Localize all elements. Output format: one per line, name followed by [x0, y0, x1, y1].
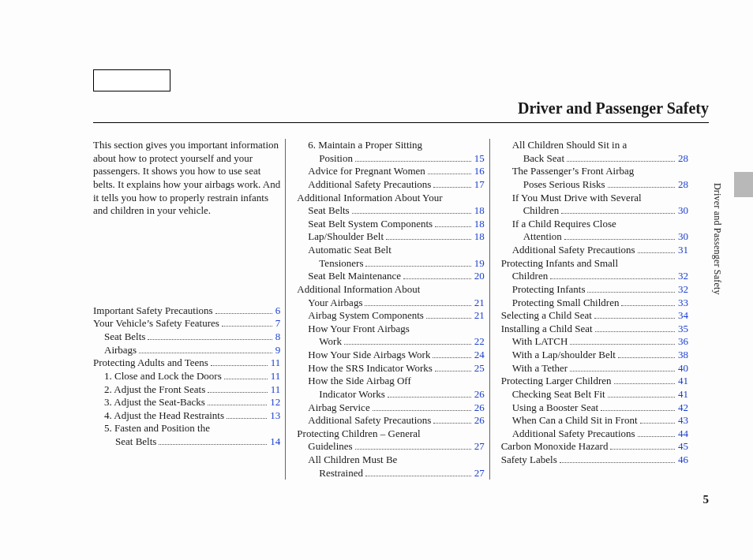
toc-page-link[interactable]: 30 [678, 204, 688, 218]
leader-dots [433, 187, 470, 188]
toc-page-link[interactable]: 26 [474, 414, 485, 427]
toc-page-link[interactable]: 15 [474, 152, 485, 166]
leader-dots [618, 357, 675, 358]
toc-page-link[interactable]: 28 [678, 152, 688, 166]
toc-entry-label: Using a Booster Seat [512, 401, 598, 415]
toc-entry: Checking Seat Belt Fit41 [512, 388, 688, 401]
toc-entry: Selecting a Child Seat34 [501, 309, 688, 323]
toc-page-link[interactable]: 26 [474, 401, 485, 415]
toc-entry-continuation: Seat Belts18 [308, 204, 484, 218]
toc-entry: Automatic Seat Belt [308, 244, 484, 257]
toc-page-link[interactable]: 25 [474, 362, 485, 375]
toc-page-link[interactable]: 34 [678, 309, 688, 323]
toc-page-link[interactable]: 13 [270, 409, 280, 423]
leader-dots [561, 213, 675, 214]
toc-entry-label: With a Lap/shoulder Belt [512, 349, 616, 362]
toc-entry: Protecting Children – General [297, 427, 484, 441]
toc-entry: Safety Labels46 [501, 454, 688, 467]
toc-entry-continuation: Restrained27 [319, 467, 484, 480]
leader-dots [570, 371, 675, 371]
toc-page-link[interactable]: 17 [474, 178, 485, 192]
toc-entry: Your Vehicle’s Safety Features7 [93, 317, 280, 330]
toc-page-link[interactable]: 16 [474, 165, 485, 178]
toc-entry: Additional Safety Precautions44 [512, 427, 688, 441]
toc-page-link[interactable]: 35 [678, 323, 688, 336]
toc-page-link[interactable]: 38 [678, 349, 688, 362]
toc-page-link[interactable]: 28 [678, 178, 688, 192]
toc-entry-label: The Passenger’s Front Airbag [512, 165, 635, 178]
leader-dots [621, 305, 675, 306]
toc-entry: Additional Information About Your [297, 192, 484, 205]
toc-page-link[interactable]: 21 [474, 297, 485, 310]
toc-page-link[interactable]: 26 [474, 388, 485, 401]
toc-page-link[interactable]: 19 [474, 257, 485, 271]
leader-dots [550, 278, 675, 279]
toc-entry-continuation: Your Airbags21 [308, 297, 484, 310]
toc-entry: With a Lap/shoulder Belt38 [512, 349, 688, 362]
toc-entry: Carbon Monoxide Hazard45 [501, 440, 688, 454]
toc-page-link[interactable]: 11 [271, 370, 281, 383]
toc-entry: Protecting Small Children33 [512, 297, 688, 310]
toc-entry-label: Lap/Shoulder Belt [308, 230, 384, 244]
toc-column-3: All Children Should Sit in aBack Seat28T… [489, 139, 693, 480]
toc-page-link[interactable]: 20 [474, 270, 485, 283]
toc-entry-label: Guidelines [308, 440, 352, 454]
leader-dots [365, 266, 470, 267]
toc-page-link[interactable]: 21 [474, 309, 485, 323]
toc-entry: How the SRS Indicator Works25 [308, 362, 484, 375]
toc-page-link[interactable]: 11 [271, 357, 281, 370]
toc-content: This section gives you important informa… [93, 139, 693, 480]
leader-dots [595, 331, 675, 332]
toc-page-link[interactable]: 8 [275, 330, 281, 344]
leader-dots [428, 174, 471, 174]
toc-page-link[interactable]: 42 [678, 401, 688, 415]
toc-entry-label: Airbag System Components [308, 309, 424, 323]
leader-dots [365, 305, 470, 306]
leader-dots [567, 161, 675, 162]
toc-entry: 1. Close and Lock the Doors11 [104, 370, 280, 383]
toc-page-link[interactable]: 27 [474, 467, 485, 480]
toc-entry: Important Safety Precautions6 [93, 304, 280, 318]
toc-page-link[interactable]: 12 [270, 396, 280, 409]
toc-entry-label: Safety Labels [501, 454, 557, 467]
toc-page-link[interactable]: 18 [474, 204, 485, 218]
toc-page-link[interactable]: 11 [271, 383, 281, 397]
toc-page-link[interactable]: 43 [678, 414, 688, 427]
toc-page-link[interactable]: 46 [678, 454, 688, 467]
toc-page-link[interactable]: 41 [678, 375, 688, 388]
toc-page-link[interactable]: 45 [678, 440, 688, 454]
toc-page-link[interactable]: 27 [474, 440, 485, 454]
toc-page-link[interactable]: 44 [678, 427, 688, 441]
toc-entry-label: Seat Belts [115, 435, 156, 449]
toc-entry: The Passenger’s Front Airbag [512, 165, 688, 178]
toc-page-link[interactable]: 33 [678, 297, 688, 310]
toc-page-link[interactable]: 7 [275, 317, 281, 330]
leader-dots [608, 187, 675, 188]
toc-entry-label: Tensioners [319, 257, 363, 271]
toc-entry-label: 4. Adjust the Head Restraints [104, 409, 224, 423]
toc-page-link[interactable]: 30 [678, 230, 688, 244]
toc-entry: Additional Information About [297, 283, 484, 297]
page-title: Driver and Passenger Safety [518, 99, 709, 117]
leader-dots [614, 383, 675, 384]
toc-page-link[interactable]: 40 [678, 362, 688, 375]
leader-dots [426, 318, 471, 319]
toc-entry: Airbag Service26 [308, 401, 484, 415]
toc-page-link[interactable]: 41 [678, 388, 688, 401]
toc-page-link[interactable]: 32 [678, 283, 688, 297]
toc-page-link[interactable]: 18 [474, 218, 485, 231]
toc-entry-label: When Can a Child Sit in Front [512, 414, 638, 427]
toc-page-link[interactable]: 31 [678, 244, 688, 257]
toc-page-link[interactable]: 18 [474, 230, 485, 244]
toc-list: All Children Should Sit in aBack Seat28T… [501, 139, 688, 467]
toc-page-link[interactable]: 22 [474, 335, 485, 349]
toc-page-link[interactable]: 9 [275, 344, 281, 357]
toc-page-link[interactable]: 36 [678, 335, 688, 349]
toc-page-link[interactable]: 32 [678, 270, 688, 283]
toc-entry: Airbag System Components21 [308, 309, 484, 323]
leader-dots [208, 392, 268, 393]
toc-page-link[interactable]: 24 [474, 349, 485, 362]
leader-dots [638, 436, 675, 437]
toc-page-link[interactable]: 14 [270, 435, 280, 449]
toc-page-link[interactable]: 6 [275, 304, 281, 318]
